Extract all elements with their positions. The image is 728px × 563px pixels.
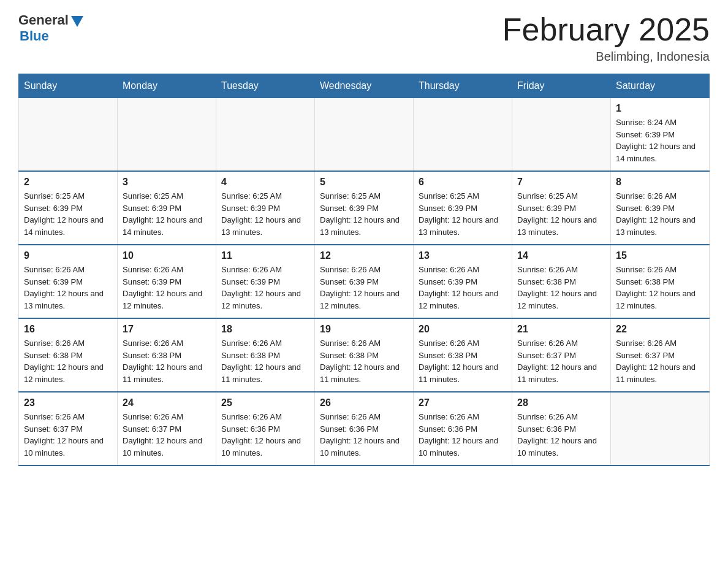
day-number: 27 [419, 397, 507, 408]
week-row-3: 9Sunrise: 6:26 AM Sunset: 6:39 PM Daylig… [19, 245, 710, 318]
day-of-week-tuesday: Tuesday [216, 74, 315, 98]
day-number: 3 [123, 177, 211, 188]
page-header: General Blue February 2025 Belimbing, In… [18, 12, 710, 64]
day-info: Sunrise: 6:26 AM Sunset: 6:39 PM Dayligh… [24, 264, 112, 312]
day-cell: 17Sunrise: 6:26 AM Sunset: 6:38 PM Dayli… [118, 318, 216, 392]
day-cell: 26Sunrise: 6:26 AM Sunset: 6:36 PM Dayli… [315, 392, 414, 465]
day-cell [216, 98, 315, 172]
day-cell: 15Sunrise: 6:26 AM Sunset: 6:38 PM Dayli… [611, 245, 710, 318]
day-cell: 21Sunrise: 6:26 AM Sunset: 6:37 PM Dayli… [512, 318, 611, 392]
day-number: 10 [123, 250, 211, 261]
day-cell: 11Sunrise: 6:26 AM Sunset: 6:39 PM Dayli… [216, 245, 315, 318]
day-info: Sunrise: 6:25 AM Sunset: 6:39 PM Dayligh… [24, 190, 112, 238]
calendar-body: 1Sunrise: 6:24 AM Sunset: 6:39 PM Daylig… [19, 98, 710, 466]
day-info: Sunrise: 6:26 AM Sunset: 6:39 PM Dayligh… [320, 264, 408, 312]
day-info: Sunrise: 6:24 AM Sunset: 6:39 PM Dayligh… [616, 117, 704, 164]
day-info: Sunrise: 6:26 AM Sunset: 6:37 PM Dayligh… [24, 411, 112, 459]
day-of-week-friday: Friday [512, 74, 611, 98]
month-title: February 2025 [502, 12, 710, 47]
day-of-week-monday: Monday [118, 74, 216, 98]
day-cell [19, 98, 118, 172]
day-info: Sunrise: 6:26 AM Sunset: 6:37 PM Dayligh… [517, 337, 605, 385]
day-number: 5 [320, 177, 408, 188]
day-number: 17 [123, 324, 211, 335]
calendar-table: SundayMondayTuesdayWednesdayThursdayFrid… [18, 74, 710, 466]
day-info: Sunrise: 6:26 AM Sunset: 6:39 PM Dayligh… [616, 190, 704, 238]
day-number: 1 [616, 103, 704, 114]
day-cell: 14Sunrise: 6:26 AM Sunset: 6:38 PM Dayli… [512, 245, 611, 318]
day-info: Sunrise: 6:26 AM Sunset: 6:38 PM Dayligh… [616, 264, 704, 312]
day-number: 20 [419, 324, 507, 335]
day-info: Sunrise: 6:26 AM Sunset: 6:38 PM Dayligh… [517, 264, 605, 312]
day-info: Sunrise: 6:25 AM Sunset: 6:39 PM Dayligh… [517, 190, 605, 238]
day-number: 16 [24, 324, 112, 335]
day-number: 19 [320, 324, 408, 335]
day-number: 22 [616, 324, 704, 335]
day-of-week-sunday: Sunday [19, 74, 118, 98]
day-number: 28 [517, 397, 605, 408]
day-cell: 20Sunrise: 6:26 AM Sunset: 6:38 PM Dayli… [414, 318, 512, 392]
day-info: Sunrise: 6:26 AM Sunset: 6:36 PM Dayligh… [320, 411, 408, 459]
day-number: 23 [24, 397, 112, 408]
day-info: Sunrise: 6:25 AM Sunset: 6:39 PM Dayligh… [320, 190, 408, 238]
day-cell [414, 98, 512, 172]
day-number: 11 [221, 250, 309, 261]
day-info: Sunrise: 6:26 AM Sunset: 6:38 PM Dayligh… [221, 337, 309, 385]
day-number: 15 [616, 250, 704, 261]
week-row-4: 16Sunrise: 6:26 AM Sunset: 6:38 PM Dayli… [19, 318, 710, 392]
day-number: 26 [320, 397, 408, 408]
title-area: February 2025 Belimbing, Indonesia [502, 12, 710, 64]
day-info: Sunrise: 6:26 AM Sunset: 6:37 PM Dayligh… [123, 411, 211, 459]
week-row-5: 23Sunrise: 6:26 AM Sunset: 6:37 PM Dayli… [19, 392, 710, 465]
logo: General Blue [18, 12, 83, 44]
day-number: 24 [123, 397, 211, 408]
location: Belimbing, Indonesia [502, 50, 710, 64]
day-cell: 2Sunrise: 6:25 AM Sunset: 6:39 PM Daylig… [19, 171, 118, 245]
day-of-week-thursday: Thursday [414, 74, 512, 98]
day-cell: 6Sunrise: 6:25 AM Sunset: 6:39 PM Daylig… [414, 171, 512, 245]
day-number: 4 [221, 177, 309, 188]
day-number: 21 [517, 324, 605, 335]
day-cell [315, 98, 414, 172]
logo-general-text: General [18, 12, 69, 28]
day-info: Sunrise: 6:26 AM Sunset: 6:39 PM Dayligh… [123, 264, 211, 312]
day-info: Sunrise: 6:26 AM Sunset: 6:36 PM Dayligh… [419, 411, 507, 459]
day-info: Sunrise: 6:26 AM Sunset: 6:36 PM Dayligh… [221, 411, 309, 459]
day-cell: 10Sunrise: 6:26 AM Sunset: 6:39 PM Dayli… [118, 245, 216, 318]
day-number: 2 [24, 177, 112, 188]
day-number: 8 [616, 177, 704, 188]
day-info: Sunrise: 6:26 AM Sunset: 6:38 PM Dayligh… [419, 337, 507, 385]
day-cell: 5Sunrise: 6:25 AM Sunset: 6:39 PM Daylig… [315, 171, 414, 245]
day-cell: 22Sunrise: 6:26 AM Sunset: 6:37 PM Dayli… [611, 318, 710, 392]
week-row-2: 2Sunrise: 6:25 AM Sunset: 6:39 PM Daylig… [19, 171, 710, 245]
day-number: 18 [221, 324, 309, 335]
day-cell: 25Sunrise: 6:26 AM Sunset: 6:36 PM Dayli… [216, 392, 315, 465]
day-cell: 1Sunrise: 6:24 AM Sunset: 6:39 PM Daylig… [611, 98, 710, 172]
day-info: Sunrise: 6:26 AM Sunset: 6:38 PM Dayligh… [123, 337, 211, 385]
logo-blue-text: Blue [20, 28, 49, 44]
day-number: 9 [24, 250, 112, 261]
day-info: Sunrise: 6:26 AM Sunset: 6:38 PM Dayligh… [320, 337, 408, 385]
day-cell: 27Sunrise: 6:26 AM Sunset: 6:36 PM Dayli… [414, 392, 512, 465]
day-info: Sunrise: 6:26 AM Sunset: 6:39 PM Dayligh… [419, 264, 507, 312]
day-cell [611, 392, 710, 465]
day-info: Sunrise: 6:26 AM Sunset: 6:39 PM Dayligh… [221, 264, 309, 312]
day-cell: 19Sunrise: 6:26 AM Sunset: 6:38 PM Dayli… [315, 318, 414, 392]
day-cell: 12Sunrise: 6:26 AM Sunset: 6:39 PM Dayli… [315, 245, 414, 318]
day-cell: 18Sunrise: 6:26 AM Sunset: 6:38 PM Dayli… [216, 318, 315, 392]
day-info: Sunrise: 6:26 AM Sunset: 6:37 PM Dayligh… [616, 337, 704, 385]
day-number: 13 [419, 250, 507, 261]
day-cell: 3Sunrise: 6:25 AM Sunset: 6:39 PM Daylig… [118, 171, 216, 245]
week-row-1: 1Sunrise: 6:24 AM Sunset: 6:39 PM Daylig… [19, 98, 710, 172]
day-cell: 7Sunrise: 6:25 AM Sunset: 6:39 PM Daylig… [512, 171, 611, 245]
logo-arrow-icon [71, 16, 83, 27]
day-cell: 8Sunrise: 6:26 AM Sunset: 6:39 PM Daylig… [611, 171, 710, 245]
day-number: 25 [221, 397, 309, 408]
day-number: 14 [517, 250, 605, 261]
day-info: Sunrise: 6:26 AM Sunset: 6:36 PM Dayligh… [517, 411, 605, 459]
day-of-week-wednesday: Wednesday [315, 74, 414, 98]
days-of-week-row: SundayMondayTuesdayWednesdayThursdayFrid… [19, 74, 710, 98]
day-number: 6 [419, 177, 507, 188]
day-cell [512, 98, 611, 172]
day-cell: 16Sunrise: 6:26 AM Sunset: 6:38 PM Dayli… [19, 318, 118, 392]
